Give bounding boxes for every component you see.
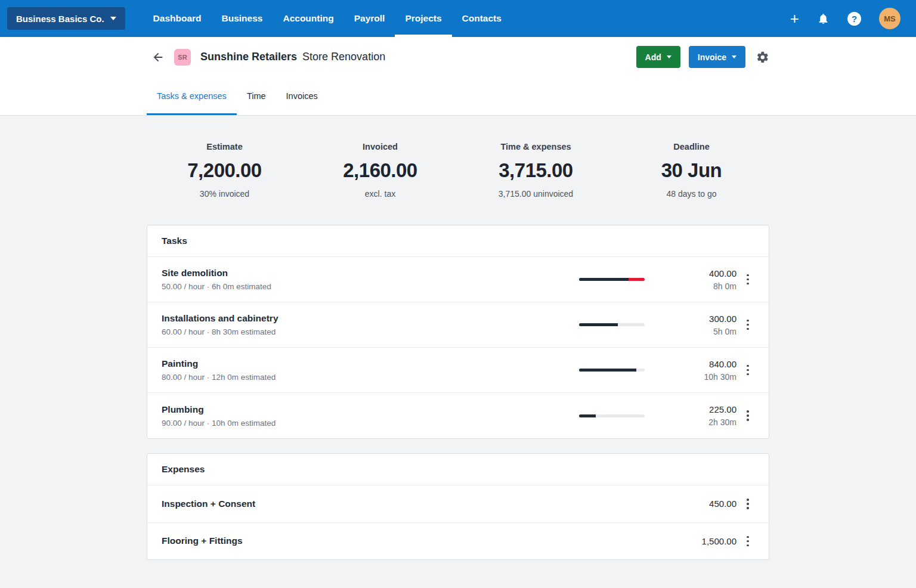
stat-value: 3,715.00 xyxy=(458,159,614,182)
tab-invoices[interactable]: Invoices xyxy=(276,77,328,115)
project-header: SR Sunshine Retailers Store Renovation A… xyxy=(0,37,916,77)
back-arrow-icon[interactable] xyxy=(151,51,165,64)
tab-bar: Tasks & expenses Time Invoices xyxy=(0,77,916,116)
org-selector-label: Business Basics Co. xyxy=(16,14,104,24)
task-row[interactable]: Plumbing 90.00 / hour · 10h 0m estimated… xyxy=(147,393,769,438)
nav-item-payroll[interactable]: Payroll xyxy=(344,0,395,37)
task-row[interactable]: Site demolition 50.00 / hour · 6h 0m est… xyxy=(147,257,769,302)
stat-value: 7,200.00 xyxy=(147,159,302,182)
project-badge: SR xyxy=(174,49,191,66)
expense-amount: 450.00 xyxy=(669,499,736,509)
nav-item-projects[interactable]: Projects xyxy=(395,0,451,37)
kebab-menu-icon[interactable] xyxy=(736,316,759,334)
chevron-down-icon xyxy=(110,17,116,20)
plus-icon[interactable]: + xyxy=(790,11,799,26)
expense-name: Inspection + Consent xyxy=(162,499,669,509)
stat-subtext: excl. tax xyxy=(302,189,458,199)
gear-icon[interactable] xyxy=(756,51,769,64)
project-summary-stats: Estimate 7,200.00 30% invoiced Invoiced … xyxy=(147,142,769,199)
tasks-panel-title: Tasks xyxy=(147,225,769,257)
kebab-menu-icon[interactable] xyxy=(736,407,759,425)
tab-time[interactable]: Time xyxy=(237,77,276,115)
stat-estimate: Estimate 7,200.00 30% invoiced xyxy=(147,142,302,199)
expense-name: Flooring + Fittings xyxy=(162,536,669,546)
task-amount: 840.00 xyxy=(669,359,736,369)
nav-item-accounting[interactable]: Accounting xyxy=(273,0,344,37)
stat-value: 30 Jun xyxy=(614,159,769,182)
task-row[interactable]: Installations and cabinetry 60.00 / hour… xyxy=(147,302,769,348)
task-progress-bar xyxy=(579,414,645,417)
task-amount: 300.00 xyxy=(669,314,736,324)
stat-deadline: Deadline 30 Jun 48 days to go xyxy=(614,142,769,199)
kebab-menu-icon[interactable] xyxy=(736,533,759,550)
task-time: 5h 0m xyxy=(669,327,736,336)
tab-tasks-expenses[interactable]: Tasks & expenses xyxy=(147,77,237,115)
task-name: Site demolition xyxy=(162,268,579,278)
stat-subtext: 48 days to go xyxy=(614,189,769,199)
task-detail: 90.00 / hour · 10h 0m estimated xyxy=(162,419,579,428)
invoice-button[interactable]: Invoice xyxy=(689,46,745,68)
invoice-button-label: Invoice xyxy=(698,52,726,62)
expenses-panel: Expenses Inspection + Consent 450.00 Flo… xyxy=(147,453,769,560)
expense-row[interactable]: Flooring + Fittings 1,500.00 xyxy=(147,523,769,560)
tasks-panel: Tasks Site demolition 50.00 / hour · 6h … xyxy=(147,225,769,439)
help-icon[interactable]: ? xyxy=(847,12,861,26)
org-selector[interactable]: Business Basics Co. xyxy=(7,7,125,30)
task-time: 10h 30m xyxy=(669,372,736,382)
task-name: Plumbing xyxy=(162,404,579,415)
page-title: Sunshine Retailers Store Renovation xyxy=(200,51,385,63)
task-detail: 50.00 / hour · 6h 0m estimated xyxy=(162,282,579,291)
stat-label: Time & expenses xyxy=(458,142,614,151)
add-button[interactable]: Add xyxy=(636,46,680,68)
top-navigation-bar: Business Basics Co. Dashboard Business A… xyxy=(0,0,916,37)
kebab-menu-icon[interactable] xyxy=(736,495,759,513)
task-amount: 400.00 xyxy=(669,268,736,278)
kebab-menu-icon[interactable] xyxy=(736,271,759,289)
avatar[interactable]: MS xyxy=(879,8,900,29)
task-detail: 60.00 / hour · 8h 30m estimated xyxy=(162,327,579,336)
stat-label: Deadline xyxy=(614,142,769,151)
stat-value: 2,160.00 xyxy=(302,159,458,182)
task-time: 2h 30m xyxy=(669,417,736,427)
nav-item-business[interactable]: Business xyxy=(212,0,273,37)
kebab-menu-icon[interactable] xyxy=(736,361,759,379)
stat-label: Invoiced xyxy=(302,142,458,151)
expense-row[interactable]: Inspection + Consent 450.00 xyxy=(147,485,769,523)
stat-label: Estimate xyxy=(147,142,302,151)
nav-item-contacts[interactable]: Contacts xyxy=(452,0,512,37)
main-content: Estimate 7,200.00 30% invoiced Invoiced … xyxy=(0,116,916,588)
topnav-right-icons: + ? MS xyxy=(790,8,900,29)
primary-nav: Dashboard Business Accounting Payroll Pr… xyxy=(143,0,512,37)
expense-amount: 1,500.00 xyxy=(669,536,736,546)
task-progress-bar xyxy=(579,369,645,372)
nav-item-dashboard[interactable]: Dashboard xyxy=(143,0,212,37)
task-row[interactable]: Painting 80.00 / hour · 12h 0m estimated… xyxy=(147,348,769,393)
client-name: Sunshine Retailers xyxy=(200,51,297,63)
task-time: 8h 0m xyxy=(669,281,736,291)
task-progress-bar xyxy=(579,278,645,281)
chevron-down-icon xyxy=(732,55,736,58)
bell-icon[interactable] xyxy=(817,13,830,25)
header-actions: Add Invoice xyxy=(636,46,769,68)
project-name: Store Renovation xyxy=(302,51,385,63)
task-progress-bar xyxy=(579,323,645,326)
task-name: Installations and cabinetry xyxy=(162,313,579,324)
stat-invoiced: Invoiced 2,160.00 excl. tax xyxy=(302,142,458,199)
chevron-down-icon xyxy=(667,55,671,58)
stat-time-expenses: Time & expenses 3,715.00 3,715.00 uninvo… xyxy=(458,142,614,199)
stat-subtext: 3,715.00 uninvoiced xyxy=(458,189,614,199)
task-amount: 225.00 xyxy=(669,404,736,414)
task-detail: 80.00 / hour · 12h 0m estimated xyxy=(162,373,579,382)
task-name: Painting xyxy=(162,358,579,369)
expenses-panel-title: Expenses xyxy=(147,454,769,485)
add-button-label: Add xyxy=(645,52,661,62)
stat-subtext: 30% invoiced xyxy=(147,189,302,199)
